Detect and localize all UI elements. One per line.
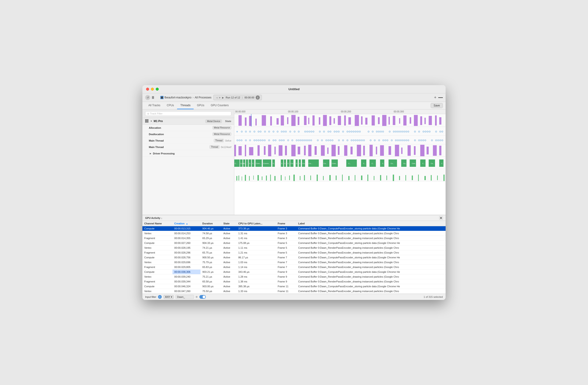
svg-rect-30 (403, 116, 407, 126)
col-creation[interactable]: Creation ▲ (172, 221, 201, 226)
col-frame[interactable]: Frame (276, 221, 296, 226)
table-row[interactable]: Fragment00:00.014,35565.29 μsActive1.41 … (142, 236, 446, 241)
gpu-activity-title[interactable]: GPU Activity ↓ (145, 217, 162, 219)
svg-rect-21 (355, 115, 359, 126)
cell-state: Active (221, 241, 236, 246)
track-filter-input[interactable]: ⊙ Track Filter (145, 111, 231, 116)
table-row[interactable]: Compute00:00.013,315904.46 μsActive373.3… (142, 226, 446, 231)
svg-rect-3 (255, 119, 257, 126)
run-nav-right[interactable]: ▶ (222, 96, 224, 99)
run-nav-left[interactable]: ◀ (215, 96, 218, 99)
table-container: Channel Name Creation ▲ Duration State C… (142, 221, 446, 294)
filter-toggle[interactable] (199, 295, 206, 299)
track-filter-row: ⊙ Track Filter (142, 109, 234, 118)
table-row[interactable]: Vertex00:00.029,69675.79 μsActive1.03 ms… (142, 260, 446, 265)
svg-text:C...: C... (252, 162, 255, 165)
cell-creation: 00:00.029,805 (172, 265, 201, 270)
driver-expand-icon[interactable]: ▶ (149, 152, 152, 155)
svg-rect-204 (300, 176, 300, 180)
add-button[interactable]: + (434, 95, 436, 100)
track-row-driver (234, 169, 446, 181)
sidebar-row-deallocation[interactable]: Deallocation Metal Resource (142, 131, 234, 137)
back-button[interactable]: ↺ (145, 95, 150, 100)
svg-text:C...: C... (288, 162, 290, 165)
svg-rect-120 (370, 145, 373, 156)
svg-rect-22 (361, 116, 362, 125)
time-mark-3: 00:00.300 (393, 110, 446, 113)
cell-channel: Fragment (142, 265, 172, 270)
svg-rect-10 (298, 117, 299, 125)
svg-text:C...: C... (299, 162, 302, 165)
table-row[interactable]: Compute00:00.028,756900.50 μsActive86.17… (142, 255, 446, 260)
allocation-tag: Metal Resource (212, 126, 231, 129)
table-row[interactable]: Vertex00:00.039,24075.21 μsActive1.28 ms… (142, 274, 446, 279)
svg-text:⊙: ⊙ (289, 130, 291, 133)
svg-rect-118 (357, 145, 361, 156)
sidebar-row-allocation[interactable]: Allocation Metal Resource (142, 125, 234, 131)
tab-cpus[interactable]: CPUs (164, 102, 177, 109)
cell-creation: 00:00.039,240 (172, 274, 201, 279)
run-label: Run 12 of 12 (226, 96, 240, 99)
cell-latency: 1.31 ms (236, 231, 276, 236)
table-row[interactable]: Compute00:00.046,324903.00 μsActive395.3… (142, 284, 446, 289)
col-channel-name[interactable]: Channel Name (142, 221, 172, 226)
tab-gpus[interactable]: GPUs (194, 102, 208, 109)
svg-rect-192 (245, 175, 246, 181)
cell-latency: 86.17 μs (236, 255, 276, 260)
cell-frame: Frame 9 (276, 274, 296, 279)
cell-creation: 00:00.029,696 (172, 260, 201, 265)
table-row[interactable]: Vertex00:00.014,25374.58 μsActive1.31 ms… (142, 231, 446, 236)
device-label[interactable]: fbeaufort-macbookpro (165, 96, 191, 99)
sidebar-row-driver[interactable]: ▶ Driver Processing (142, 150, 234, 157)
process-label[interactable]: All Processes (195, 96, 211, 99)
col-label[interactable]: Label (296, 221, 446, 226)
sidebar-row-main-thread-2[interactable]: Main Thread Thread 0x124eef (142, 144, 234, 150)
sidebar-row-main-thread-1[interactable]: Main Thread Thread 0xfce (142, 137, 234, 144)
svg-rect-123 (389, 146, 391, 155)
svg-text:⊙⊙⊙⊙⊙⊙: ⊙⊙⊙⊙⊙⊙ (253, 139, 266, 142)
collapse-button[interactable]: ⊞ (439, 216, 443, 220)
table-row[interactable]: Fragment00:00.029,80565.83 μsActive1.14 … (142, 265, 446, 270)
track-canvas-thread2: C... Com... C... C... C... Com... Co (234, 157, 446, 169)
filter-input-field[interactable]: Dawn_ (175, 295, 194, 299)
svg-text:⊙: ⊙ (342, 139, 344, 142)
tab-all-tracks[interactable]: All Tracks (145, 102, 164, 109)
col-latency[interactable]: CPU to GPU Laten... (236, 221, 276, 226)
cell-duration: 65.29 μs (201, 236, 221, 241)
filter-any-dropdown[interactable]: ANY ▾ (164, 295, 173, 299)
info-button[interactable]: i (256, 96, 260, 99)
table-row[interactable]: Vertex00:00.047,26075.50 μsActive1.33 ms… (142, 289, 446, 294)
cell-frame: Frame 11 (276, 289, 296, 294)
cell-frame: Frame 7 (276, 255, 296, 260)
col-state[interactable]: State (221, 221, 236, 226)
cell-latency: 175.08 μs (236, 241, 276, 246)
table-row[interactable]: Vertex00:00.028,19574.21 μsActive1.11 ms… (142, 246, 446, 250)
cell-label: Command Buffer 0:Dawn_RenderPassEncoder_… (296, 250, 446, 255)
main-thread-1-tag: Thread (214, 139, 224, 142)
expand-chevron[interactable]: ▼ (150, 120, 152, 122)
minimize-button[interactable] (151, 88, 154, 91)
tab-gpu-counters[interactable]: GPU Counters (208, 102, 232, 109)
back-icon: ↺ (147, 96, 149, 99)
svg-text:C...: C... (348, 163, 351, 164)
table-row[interactable]: Compute00:00.027,260904.33 μsActive175.0… (142, 241, 446, 246)
col-duration[interactable]: Duration (201, 221, 221, 226)
minus-button[interactable] (438, 97, 443, 98)
svg-text:⊙⊙⊙⊙: ⊙⊙⊙⊙ (422, 130, 431, 133)
pause-icon-bar2 (153, 96, 154, 99)
table-row[interactable]: Fragment00:00.039,34465.58 μsActive1.38 … (142, 279, 446, 284)
svg-rect-226 (437, 175, 438, 180)
time-ruler: 00:00.000 00:00.100 00:00.200 00:00.300 (234, 109, 446, 114)
close-button[interactable] (146, 88, 149, 91)
svg-text:⊙: ⊙ (414, 139, 416, 142)
table-row[interactable]: Fragment00:00.028,29665.75 μsActive1.21 … (142, 250, 446, 255)
save-button[interactable]: Save (431, 103, 443, 108)
table-row[interactable]: Compute00:00.038,306903.21 μsActive343.4… (142, 270, 446, 274)
svg-rect-193 (249, 176, 250, 181)
svg-rect-111 (315, 146, 317, 155)
svg-rect-202 (289, 175, 290, 180)
maximize-button[interactable] (156, 88, 159, 91)
cell-frame: Frame 3 (276, 226, 296, 231)
pause-button[interactable] (152, 95, 158, 100)
tab-threads[interactable]: Threads (177, 102, 194, 109)
